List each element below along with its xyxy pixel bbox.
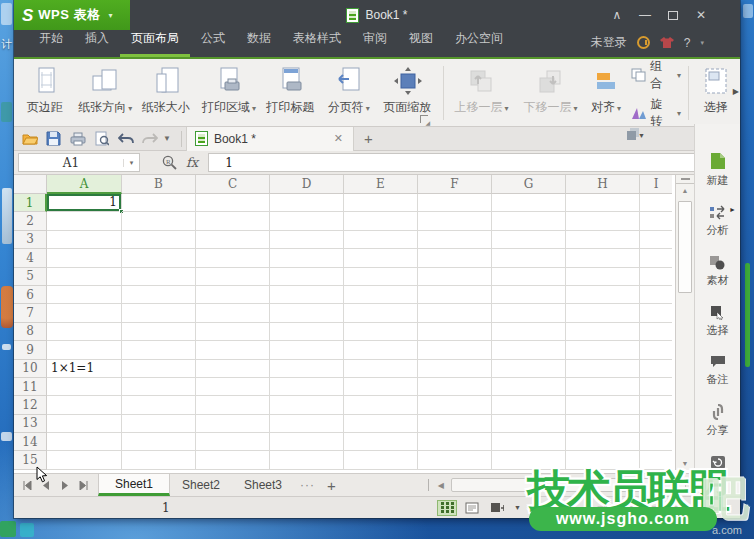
column-header-E[interactable]: E <box>344 175 418 194</box>
cell-D15[interactable] <box>270 451 344 469</box>
cell-E10[interactable] <box>344 360 418 378</box>
cell-H9[interactable] <box>566 341 640 359</box>
tab-review[interactable]: 审阅 <box>352 30 398 57</box>
search-icon[interactable]: R <box>162 155 177 170</box>
cell-E11[interactable] <box>344 378 418 396</box>
page-scale-button[interactable]: 页面缩放 <box>377 62 440 126</box>
normal-view-button[interactable] <box>437 500 457 516</box>
cell-A3[interactable] <box>47 231 122 249</box>
cell-G6[interactable] <box>492 286 566 304</box>
print-preview-button[interactable] <box>93 130 110 147</box>
sheet-tab-sheet3[interactable]: Sheet3 <box>232 474 294 496</box>
cell-I11[interactable] <box>640 378 672 396</box>
cell-H11[interactable] <box>566 378 640 396</box>
cell-I3[interactable] <box>640 231 672 249</box>
split-handle[interactable] <box>676 175 694 184</box>
cell-D10[interactable] <box>270 360 344 378</box>
tab-data[interactable]: 数据 <box>236 30 282 57</box>
cell-F9[interactable] <box>418 341 492 359</box>
cell-H4[interactable] <box>566 249 640 267</box>
sidebar-item-materials[interactable]: 素材 <box>707 255 729 288</box>
cell-F2[interactable] <box>418 212 492 230</box>
column-header-G[interactable]: G <box>492 175 566 194</box>
column-header-D[interactable]: D <box>270 175 344 194</box>
tab-formulas[interactable]: 公式 <box>190 30 236 57</box>
points-icon[interactable] <box>637 36 650 49</box>
cell-A5[interactable] <box>47 268 122 286</box>
zoom-out-button[interactable]: − <box>580 501 592 515</box>
column-header-B[interactable]: B <box>122 175 196 194</box>
view-options-dropdown-icon[interactable]: ▼ <box>514 504 521 511</box>
cell-F12[interactable] <box>418 396 492 414</box>
sidebar-item-backup[interactable]: 备份 <box>707 455 729 488</box>
row-header-5[interactable]: 5 <box>14 268 47 286</box>
cell-I15[interactable] <box>640 451 672 469</box>
column-header-F[interactable]: F <box>418 175 492 194</box>
column-header-I[interactable]: I <box>640 175 672 194</box>
cell-A14[interactable] <box>47 433 122 451</box>
cell-B4[interactable] <box>122 249 196 267</box>
cell-B1[interactable] <box>122 194 196 212</box>
cell-F8[interactable] <box>418 323 492 341</box>
cell-C10[interactable] <box>196 360 270 378</box>
cell-A11[interactable] <box>47 378 122 396</box>
tab-insert[interactable]: 插入 <box>74 30 120 57</box>
cell-F11[interactable] <box>418 378 492 396</box>
cell-H14[interactable] <box>566 433 640 451</box>
dialog-launcher-icon[interactable] <box>420 115 428 123</box>
cell-E15[interactable] <box>344 451 418 469</box>
group-button[interactable]: 组合▾ <box>631 59 681 92</box>
row-header-11[interactable]: 11 <box>14 378 47 396</box>
column-header-A[interactable]: A <box>47 175 122 194</box>
close-document-icon[interactable]: ✕ <box>296 132 343 145</box>
new-document-tab-button[interactable]: + <box>354 130 383 147</box>
maximize-button[interactable] <box>662 4 684 26</box>
cell-H10[interactable] <box>566 360 640 378</box>
cell-C7[interactable] <box>196 304 270 322</box>
cell-C8[interactable] <box>196 323 270 341</box>
tab-home[interactable]: 开始 <box>28 30 74 57</box>
row-header-2[interactable]: 2 <box>14 212 47 230</box>
cell-D12[interactable] <box>270 396 344 414</box>
cell-D4[interactable] <box>270 249 344 267</box>
cell-G9[interactable] <box>492 341 566 359</box>
cell-C15[interactable] <box>196 451 270 469</box>
cell-I10[interactable] <box>640 360 672 378</box>
sidebar-item-select[interactable]: 选择 <box>707 305 729 338</box>
cell-G4[interactable] <box>492 249 566 267</box>
redo-button[interactable] <box>141 130 158 147</box>
cell-B2[interactable] <box>122 212 196 230</box>
help-button[interactable]: ? <box>684 36 691 50</box>
insert-function-button[interactable]: fx <box>186 155 198 170</box>
cell-B6[interactable] <box>122 286 196 304</box>
row-header-12[interactable]: 12 <box>14 396 47 414</box>
row-header-13[interactable]: 13 <box>14 415 47 433</box>
cell-E3[interactable] <box>344 231 418 249</box>
cell-A1[interactable]: 1 <box>47 194 122 212</box>
cell-G7[interactable] <box>492 304 566 322</box>
row-header-14[interactable]: 14 <box>14 433 47 451</box>
formula-input[interactable]: 1 <box>208 153 740 172</box>
paper-size-button[interactable]: 纸张大小 <box>137 62 196 126</box>
cell-H15[interactable] <box>566 451 640 469</box>
last-sheet-button[interactable] <box>76 477 92 493</box>
sidebar-item-analyze[interactable]: 分析 <box>707 205 729 238</box>
cell-C14[interactable] <box>196 433 270 451</box>
cell-I5[interactable] <box>640 268 672 286</box>
cell-B15[interactable] <box>122 451 196 469</box>
cell-G3[interactable] <box>492 231 566 249</box>
cell-I14[interactable] <box>640 433 672 451</box>
cell-H6[interactable] <box>566 286 640 304</box>
cell-E12[interactable] <box>344 396 418 414</box>
cell-C3[interactable] <box>196 231 270 249</box>
cell-E1[interactable] <box>344 194 418 212</box>
sheet-tab-sheet1[interactable]: Sheet1 <box>98 474 170 496</box>
cell-B3[interactable] <box>122 231 196 249</box>
row-header-9[interactable]: 9 <box>14 341 47 359</box>
cell-C4[interactable] <box>196 249 270 267</box>
cell-C6[interactable] <box>196 286 270 304</box>
cell-G8[interactable] <box>492 323 566 341</box>
ribbon-expander-icon[interactable]: ▶ <box>733 87 739 96</box>
zoom-slider[interactable] <box>597 506 683 509</box>
document-tab-book1[interactable]: Book1 * ✕ <box>186 127 354 151</box>
